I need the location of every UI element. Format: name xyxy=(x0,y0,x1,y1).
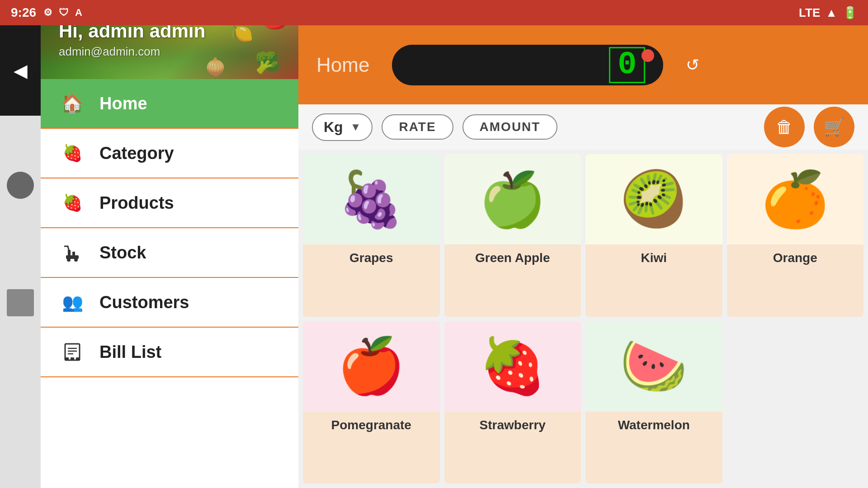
sidebar-item-products[interactable]: 🍓 Products xyxy=(41,178,298,228)
admin-email: admin@admin.com xyxy=(59,45,205,59)
sidebar-item-billlist-label: Bill List xyxy=(99,343,161,362)
back-arrow-icon: ◀ xyxy=(14,60,28,81)
refresh-button[interactable]: ↺ xyxy=(677,49,708,81)
circle-button-1[interactable] xyxy=(7,172,34,199)
status-icons: ⚙ 🛡 A xyxy=(43,7,82,19)
font-icon: A xyxy=(75,7,82,19)
amount-button[interactable]: AMOUNT xyxy=(462,114,558,140)
sidebar-item-customers-label: Customers xyxy=(99,293,189,312)
cart-button[interactable]: 🛒 xyxy=(814,107,854,147)
kiwi-emoji: 🥝 xyxy=(620,168,688,231)
network-label: LTE xyxy=(799,6,820,20)
square-button-1[interactable] xyxy=(7,289,34,316)
back-button[interactable]: ◀ xyxy=(0,25,41,116)
product-card-green-apple[interactable]: 🍏 Green Apple xyxy=(444,154,581,317)
delete-button[interactable]: 🗑 xyxy=(764,107,805,147)
orange-emoji: 🍊 xyxy=(761,168,829,231)
product-name-grapes: Grapes xyxy=(303,244,440,272)
product-image-pomegranate: 🍎 xyxy=(303,321,440,412)
delete-icon: 🗑 xyxy=(776,117,793,137)
sidebar-item-products-label: Products xyxy=(99,193,174,213)
green-apple-emoji: 🍏 xyxy=(479,168,547,231)
product-image-orange: 🍊 xyxy=(727,154,864,244)
svg-rect-9 xyxy=(65,357,69,360)
product-image-kiwi: 🥝 xyxy=(585,154,722,244)
product-image-green-apple: 🍏 xyxy=(444,154,581,244)
sidebar-item-customers[interactable]: 👥 Customers xyxy=(41,278,298,328)
product-card-watermelon[interactable]: 🍉 Watermelon xyxy=(585,321,722,484)
sidebar-item-billlist[interactable]: Bill List xyxy=(41,328,298,377)
product-image-strawberry: 🍓 xyxy=(444,321,581,412)
gear-icon: ⚙ xyxy=(43,7,52,19)
grapes-emoji: 🍇 xyxy=(337,168,405,231)
left-circles xyxy=(0,172,41,316)
nav-panel: 🍅 🍋 🥦 🥕 🧅 Hi, admin admin admin@admin.co… xyxy=(41,0,298,488)
product-name-watermelon: Watermelon xyxy=(585,412,722,439)
sidebar-item-category-label: Category xyxy=(99,144,174,163)
rate-button[interactable]: RATE xyxy=(382,114,453,140)
status-time: 9:26 xyxy=(11,5,36,20)
product-image-watermelon: 🍉 xyxy=(585,321,722,412)
sidebar-item-home-label: Home xyxy=(99,94,147,113)
product-card-kiwi[interactable]: 🥝 Kiwi xyxy=(585,154,722,317)
status-bar-right: LTE ▲ 🔋 xyxy=(799,6,857,20)
main-content: Home 0 ↺ Kg ▼ RATE AMOUNT 🗑 🛒 🍇 G xyxy=(298,25,868,488)
product-image-grapes: 🍇 xyxy=(303,154,440,244)
watermelon-emoji: 🍉 xyxy=(620,334,688,398)
digital-value: 0 xyxy=(609,47,645,83)
product-card-strawberry[interactable]: 🍓 Strawberry xyxy=(444,321,581,484)
product-card-grapes[interactable]: 🍇 Grapes xyxy=(303,154,440,317)
product-name-green-apple: Green Apple xyxy=(444,244,581,272)
status-bar-left: 9:26 ⚙ 🛡 A xyxy=(11,5,82,20)
sidebar-item-stock[interactable]: Stock xyxy=(41,228,298,278)
product-card-orange[interactable]: 🍊 Orange xyxy=(727,154,864,317)
digital-display: 0 xyxy=(392,45,663,85)
products-icon: 🍓 xyxy=(59,189,86,216)
product-name-pomegranate: Pomegranate xyxy=(303,412,440,439)
app-title: Home xyxy=(316,54,369,76)
refresh-icon: ↺ xyxy=(686,56,699,75)
svg-point-4 xyxy=(74,258,78,262)
product-card-pomegranate[interactable]: 🍎 Pomegranate xyxy=(303,321,440,484)
strawberry-emoji: 🍓 xyxy=(479,334,547,398)
controls-bar: Kg ▼ RATE AMOUNT 🗑 🛒 xyxy=(298,104,868,150)
category-icon: 🍓 xyxy=(59,140,86,167)
svg-rect-11 xyxy=(76,357,80,360)
cart-icon: 🛒 xyxy=(824,117,845,137)
unit-dropdown[interactable]: Kg ▼ xyxy=(312,113,373,141)
sidebar-item-category[interactable]: 🍓 Category xyxy=(41,129,298,178)
app-header: Home 0 ↺ xyxy=(298,25,868,104)
unit-label: Kg xyxy=(324,119,343,136)
stock-icon xyxy=(59,239,86,266)
svg-rect-10 xyxy=(71,357,74,360)
svg-rect-2 xyxy=(72,252,75,255)
product-name-kiwi: Kiwi xyxy=(585,244,722,272)
home-icon: 🏠 xyxy=(59,90,86,117)
product-name-strawberry: Strawberry xyxy=(444,412,581,439)
billlist-icon xyxy=(59,338,86,366)
nav-header-text: Hi, admin admin admin@admin.com xyxy=(59,20,205,59)
red-dot-indicator xyxy=(642,49,654,62)
customers-icon: 👥 xyxy=(59,289,86,316)
nav-items: 🏠 Home 🍓 Category 🍓 Products xyxy=(41,79,298,488)
battery-icon: 🔋 xyxy=(843,6,857,20)
dropdown-arrow-icon: ▼ xyxy=(350,121,361,133)
product-name-orange: Orange xyxy=(727,244,864,272)
signal-icon: ▲ xyxy=(826,6,837,20)
pomegranate-emoji: 🍎 xyxy=(337,334,405,398)
shield-icon: 🛡 xyxy=(59,7,69,19)
sidebar-item-stock-label: Stock xyxy=(99,243,146,263)
svg-point-3 xyxy=(67,258,71,262)
products-grid: 🍇 Grapes 🍏 Green Apple 🥝 Kiwi 🍊 Orange xyxy=(298,150,868,488)
status-bar: 9:26 ⚙ 🛡 A LTE ▲ 🔋 xyxy=(0,0,868,25)
sidebar-item-home[interactable]: 🏠 Home xyxy=(41,79,298,129)
